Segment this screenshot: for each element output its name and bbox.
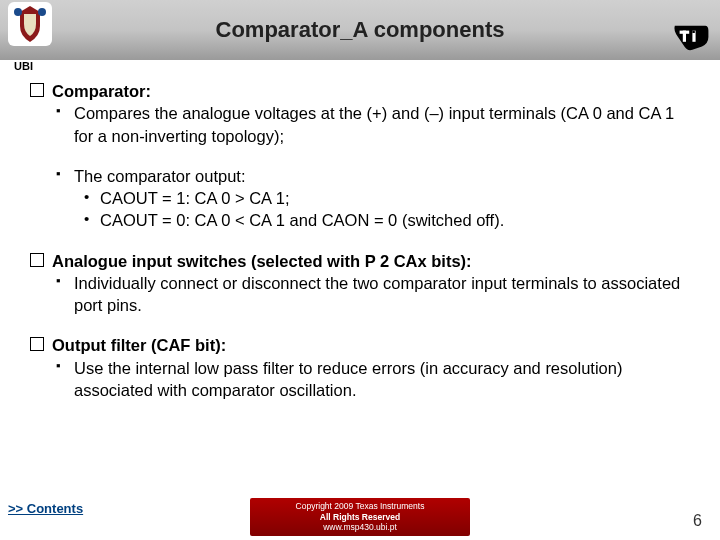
section-comparator: Comparator: Compares the analogue voltag… <box>30 80 690 232</box>
subbullet-text: CAOUT = 1: CA 0 > CA 1; <box>30 187 690 209</box>
slide-number: 6 <box>693 512 702 530</box>
bullet-text: Compares the analogue voltages at the (+… <box>30 102 690 147</box>
section-switches: Analogue input switches (selected with P… <box>30 250 690 317</box>
footer-url: www.msp430.ubi.pt <box>262 522 458 533</box>
copyright-line1: Copyright 2009 Texas Instruments <box>262 501 458 512</box>
header-bar: Comparator_A components <box>0 0 720 60</box>
slide: Comparator_A components UBI Comparator: … <box>0 0 720 540</box>
copyright-line2: All Rights Reserved <box>262 512 458 523</box>
contents-link[interactable]: >> Contents <box>8 501 83 516</box>
bullet-text: Individually connect or disconnect the t… <box>30 272 690 317</box>
slide-title: Comparator_A components <box>0 17 720 43</box>
ti-logo-icon <box>670 22 710 52</box>
section-filter: Output filter (CAF bit): Use the interna… <box>30 334 690 401</box>
svg-rect-3 <box>680 31 690 34</box>
svg-point-1 <box>38 8 46 16</box>
svg-point-0 <box>14 8 22 16</box>
section-head: Analogue input switches (selected with P… <box>30 250 690 272</box>
subbullet-text: CAOUT = 0: CA 0 < CA 1 and CAON = 0 (swi… <box>30 209 690 231</box>
section-head: Output filter (CAF bit): <box>30 334 690 356</box>
crest-icon <box>10 4 50 44</box>
bullet-text: Use the internal low pass filter to redu… <box>30 357 690 402</box>
slide-body: Comparator: Compares the analogue voltag… <box>0 60 720 429</box>
ubi-label: UBI <box>12 60 35 72</box>
copyright-box: Copyright 2009 Texas Instruments All Rig… <box>250 498 470 536</box>
ti-logo <box>670 22 710 56</box>
bullet-text: The comparator output: <box>30 165 690 187</box>
footer: >> Contents Copyright 2009 Texas Instrum… <box>0 496 720 540</box>
svg-rect-5 <box>692 31 694 33</box>
ubi-crest-logo <box>8 2 52 46</box>
section-head: Comparator: <box>30 80 690 102</box>
